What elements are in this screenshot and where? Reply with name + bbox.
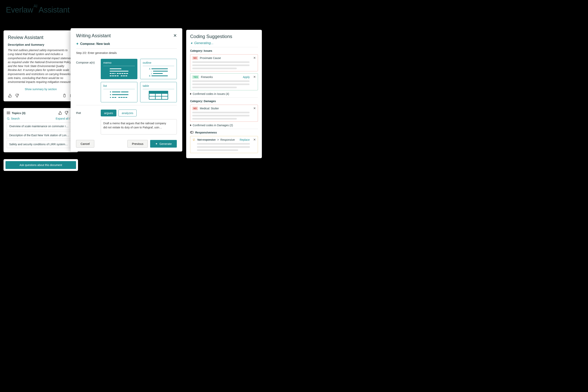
suggestion-fireworks: YES Fireworks Apply ✕: [190, 73, 258, 90]
dismiss-icon[interactable]: ✕: [253, 75, 256, 79]
caret-right-icon: [190, 93, 192, 95]
svg-rect-26: [149, 91, 168, 94]
compose-label: Compose: New task: [80, 42, 110, 46]
thumbs-down-icon[interactable]: [15, 94, 19, 98]
skeleton-line: [192, 61, 250, 63]
dismiss-icon[interactable]: ✕: [253, 56, 256, 60]
search-icon: [7, 117, 10, 120]
close-icon[interactable]: ✕: [173, 33, 177, 38]
apply-link[interactable]: Apply: [243, 76, 250, 78]
cancel-button[interactable]: Cancel: [76, 140, 94, 148]
show-summary-link[interactable]: Show summary by section: [8, 88, 74, 91]
skeleton-line: [192, 87, 237, 88]
thumbs-up-icon[interactable]: [8, 94, 12, 98]
replace-link[interactable]: Replace: [240, 138, 250, 141]
badge-no: NO: [192, 106, 198, 110]
thumbs-down-icon[interactable]: [64, 111, 68, 115]
clipboard-icon[interactable]: [62, 94, 67, 98]
sparkle-icon: ✦: [76, 42, 78, 46]
skeleton-line: [192, 115, 250, 116]
svg-point-17: [110, 92, 111, 92]
coding-suggestions-panel: Coding Suggestions ✦ Generating... Categ…: [186, 30, 262, 158]
list-icon: [7, 111, 10, 115]
confirmed-issues-toggle[interactable]: Confirmed codes in Issues (4): [190, 92, 258, 96]
step-label: Step 2/2: Enter generation details: [76, 51, 177, 54]
divider: [76, 105, 177, 105]
skeleton-line: [192, 68, 237, 69]
divider: [190, 129, 258, 129]
compose-option-outline[interactable]: outline AiiiB: [140, 59, 177, 79]
verb-analyzes[interactable]: analyzes: [118, 110, 136, 116]
compose-option-memo[interactable]: memo: [101, 59, 138, 79]
topic-item[interactable]: Description of the East New York station…: [7, 132, 75, 139]
svg-rect-0: [64, 94, 65, 97]
suggestion-medical-stutter: NO Medical: Stutter ✕: [190, 105, 258, 122]
skeleton-line: [197, 143, 250, 145]
ask-bar: Ask questions about this document: [4, 159, 78, 171]
compose-option-table[interactable]: table: [140, 82, 177, 102]
badge-no: NO: [192, 56, 198, 60]
table-icon: [143, 91, 174, 100]
review-title: Review Assistant: [8, 35, 74, 40]
svg-point-2: [7, 118, 9, 119]
svg-point-22: [110, 97, 111, 98]
writing-title: Writing Assistant: [76, 33, 111, 38]
review-summary: The text outlines planned safety improve…: [8, 48, 74, 84]
review-assistant-panel: Review Assistant Description and Summary…: [4, 30, 78, 101]
prompt-textarea[interactable]: Draft a memo that argues that the railro…: [101, 119, 177, 134]
topics-title: Topics (3): [12, 111, 26, 115]
skeleton-line: [192, 118, 237, 120]
coding-status: Generating...: [194, 41, 214, 45]
compose-a-label: Compose a(n): [76, 59, 96, 102]
sparkle-icon: ✦: [190, 41, 193, 45]
svg-text:i: i: [151, 70, 152, 72]
category-issues-label: Category: Issues: [190, 49, 258, 52]
suggestion-proximate-cause: NO Proximate Cause ✕: [190, 54, 258, 71]
category-damages-label: Category: Damages: [190, 100, 258, 103]
dismiss-icon[interactable]: ✕: [253, 138, 256, 142]
topics-panel: Topics (3) Search Expand all / Col Overv…: [4, 108, 78, 152]
topic-item[interactable]: Overview of scale maintenance on commute…: [7, 122, 75, 130]
list-icon: [103, 91, 135, 100]
toggle-icon: [190, 131, 194, 134]
thumbs-up-icon[interactable]: [58, 111, 62, 115]
responsiveness-label: Responsiveness: [195, 131, 217, 134]
swap-icon: [192, 138, 196, 141]
outline-icon: AiiiB: [143, 68, 174, 78]
verb-argues[interactable]: argues: [101, 110, 116, 116]
writing-assistant-panel: Writing Assistant ✕ ✦ Compose: New task …: [70, 28, 182, 152]
svg-text:B: B: [149, 75, 150, 77]
memo-icon: [103, 68, 135, 78]
app-title: EverlawAI Assistant: [6, 6, 70, 14]
skeleton-line: [192, 64, 250, 66]
ask-questions-button[interactable]: Ask questions about this document: [6, 161, 76, 169]
confirmed-damages-toggle[interactable]: Confirmed codes in Damages (2): [190, 124, 258, 127]
previous-button[interactable]: Previous: [128, 140, 148, 148]
skeleton-line: [197, 146, 250, 148]
that-label: that: [76, 110, 96, 116]
sparkle-icon: ✦: [155, 142, 158, 146]
expand-all-link[interactable]: Expand all: [56, 117, 68, 120]
compose-option-list[interactable]: list: [101, 82, 138, 102]
skeleton-line: [192, 112, 250, 113]
dismiss-icon[interactable]: ✕: [253, 106, 256, 110]
divider: [190, 47, 258, 47]
coding-title: Coding Suggestions: [190, 34, 258, 39]
search-link[interactable]: Search: [7, 117, 20, 120]
svg-text:A: A: [149, 68, 150, 70]
svg-point-20: [110, 94, 111, 95]
skeleton-line: [192, 80, 250, 82]
svg-point-31: [190, 132, 192, 133]
skeleton-line: [192, 84, 250, 85]
badge-yes: YES: [192, 75, 199, 79]
svg-text:ii: ii: [151, 73, 152, 75]
review-subhead: Description and Summary: [8, 43, 74, 46]
topic-item[interactable]: Safety and security conditions of LIRR s…: [7, 140, 75, 148]
skeleton-line: [197, 149, 238, 151]
svg-rect-30: [190, 131, 194, 134]
generate-button[interactable]: ✦ Generate: [150, 140, 177, 148]
suggestion-responsiveness: Not responsive > Responsive Replace ✕: [190, 136, 258, 153]
caret-right-icon: [190, 124, 192, 126]
